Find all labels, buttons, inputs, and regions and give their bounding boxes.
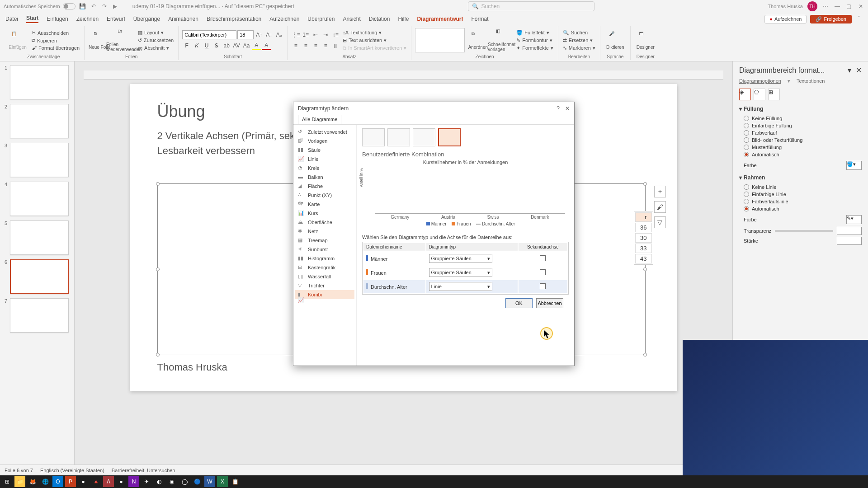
align-left-button[interactable]: ≡ [291,41,300,50]
bold-button[interactable]: F [182,41,191,50]
cat-stock[interactable]: 📊Kurs [295,209,354,218]
cat-combo[interactable]: ▮📈Kombi [295,290,354,299]
bullets-button[interactable]: ⋮≡ [291,30,300,39]
cat-recent[interactable]: ↺Zuletzt verwendet [295,127,354,136]
series-2-type-combo[interactable]: Linie▾ [429,282,492,291]
cat-pie[interactable]: ◔Kreis [295,164,354,173]
fill-opt-pattern[interactable]: Musterfüllung [739,144,862,151]
select-button[interactable]: ⤡Markieren ▾ [562,45,596,52]
thumb-5[interactable]: 5 [2,221,72,255]
series-2-secondary-checkbox[interactable] [540,283,546,289]
font-color-button[interactable]: A [262,41,271,50]
app-icon[interactable]: ● [78,476,89,487]
accessibility-status[interactable]: Barrierefreiheit: Untersuchen [112,468,175,473]
cat-map[interactable]: 🗺Karte [295,200,354,209]
maximize-icon[interactable]: ▢ [845,3,853,10]
dictate-button[interactable]: 🎤Diktieren [604,27,627,53]
series-1-secondary-checkbox[interactable] [540,269,546,275]
arrange-button[interactable]: ⧉Anordnen [467,27,489,53]
access-icon[interactable]: A [103,476,114,487]
font-name-combo[interactable] [182,30,236,39]
size-tab-icon[interactable]: ⊞ [768,89,780,100]
cat-histogram[interactable]: ▮▮Histogramm [295,254,354,263]
cat-xy[interactable]: ∴Punkt (XY) [295,191,354,200]
windows-taskbar[interactable]: ⊞ 📁 🦊 🌐 O P ● 🔺 A ● N ✈ ◐ ◉ ◯ 🔵 W X 📋 [0,475,868,488]
search-input[interactable]: 🔍 Suchen [468,1,594,11]
tab-text-options[interactable]: Textoptionen [797,78,825,84]
toggle-switch-icon[interactable] [63,3,75,9]
thumb-7[interactable]: 7 [2,298,72,333]
chart-elements-button[interactable]: ＋ [654,186,666,197]
thumb-1[interactable]: 1 [2,65,72,99]
pane-dropdown-icon[interactable]: ▾ [848,66,851,75]
tab-uebergaenge[interactable]: Übergänge [133,16,160,22]
user-avatar[interactable]: TH [807,1,817,11]
line-spacing-button[interactable]: ↕≡ [331,30,340,39]
fill-opt-picture[interactable]: Bild- oder Texturfüllung [739,136,862,144]
obs-icon[interactable]: ◉ [166,476,177,487]
fill-opt-auto[interactable]: Automatisch [739,151,862,158]
outlook-icon[interactable]: O [52,476,63,487]
minimize-icon[interactable]: — [834,3,841,10]
width-input[interactable] [837,237,862,245]
tab-format[interactable]: Format [471,16,488,22]
thumb-6[interactable]: 6 [2,259,72,294]
cat-area[interactable]: ◢Fläche [295,182,354,191]
slide-thumbnails-panel[interactable]: 1 2 3 4 5 6 7 [0,61,75,486]
shape-effects-button[interactable]: ✦Formeffekte ▾ [515,45,554,52]
quick-styles-button[interactable]: ◧Schnellformat-vorlagen [491,27,514,53]
dialog-tab-all[interactable]: Alle Diagramme [298,115,341,124]
ok-button[interactable]: OK [505,298,533,308]
share-button[interactable]: 🔗Freigeben [810,15,852,23]
shape-outline-button[interactable]: ✎Formkontur ▾ [515,37,554,44]
cat-treemap[interactable]: ▦Treemap [295,236,354,245]
language-status[interactable]: Englisch (Vereinigte Staaten) [40,468,104,473]
decrease-font-icon[interactable]: A↓ [264,30,274,39]
dialog-close-icon[interactable]: ✕ [565,105,570,112]
paste-button[interactable]: 📋 Einfügen [6,27,29,53]
shapes-gallery[interactable] [415,28,465,52]
fill-section-header[interactable]: ▾ Füllung [739,106,862,112]
border-section-header[interactable]: ▾ Rahmen [739,174,862,181]
thumb-3[interactable]: 3 [2,143,72,177]
cut-button[interactable]: ✂Ausschneiden [31,29,80,36]
onenote-icon[interactable]: N [128,476,139,487]
tab-aufzeichnen[interactable]: Aufzeichnen [269,16,299,22]
cat-sunburst[interactable]: ☀Sunburst [295,245,354,254]
tab-datei[interactable]: Datei [5,16,18,22]
thumb-4[interactable]: 4 [2,182,72,216]
border-opt-auto[interactable]: Automatisch [739,205,862,212]
fill-opt-solid[interactable]: Einfarbige Füllung [739,122,862,129]
tab-hilfe[interactable]: Hilfe [398,16,409,22]
find-button[interactable]: 🔍Suchen [562,29,596,36]
tab-chart-options[interactable]: Diagrammoptionen [739,78,781,84]
shadow-button[interactable]: ab [222,41,231,50]
cat-line[interactable]: 📈Linie [295,155,354,164]
layout-button[interactable]: ▦Layout ▾ [137,29,175,36]
powerpoint-icon[interactable]: P [65,476,76,487]
designer-button[interactable]: 🗔Designer [634,27,657,53]
redo-icon[interactable]: ↷ [101,3,108,10]
cat-box[interactable]: ⊟Kastengrafik [295,263,354,272]
numbering-button[interactable]: 1≡ [301,30,310,39]
strike-button[interactable]: S̶ [212,41,221,50]
chart-filter-button[interactable]: ▽ [654,216,666,228]
app-icon-5[interactable]: 🔵 [192,476,203,487]
highlight-button[interactable]: A [252,41,261,50]
fill-opt-gradient[interactable]: Farbverlauf [739,129,862,136]
case-button[interactable]: Aa [242,41,251,50]
spacing-button[interactable]: AV [232,41,241,50]
tab-diagrammentwurf[interactable]: Diagrammentwurf [417,16,463,22]
cat-surface[interactable]: ⛰Oberfläche [295,218,354,227]
subtype-3[interactable] [413,128,435,146]
shape-fill-button[interactable]: 🪣Fülleffekt ▾ [515,29,554,36]
tab-bildschirm[interactable]: Bildschirmpräsentation [207,16,261,22]
chart-styles-button[interactable]: 🖌 [654,201,666,213]
italic-button[interactable]: K [192,41,201,50]
columns-button[interactable]: ⫼ [331,41,340,50]
slideshow-icon[interactable]: ▶ [112,3,119,10]
tab-ansicht[interactable]: Ansicht [343,16,360,22]
tab-ueberpruefen[interactable]: Überprüfen [307,16,335,22]
transparency-input[interactable] [837,227,862,235]
word-icon[interactable]: W [204,476,215,487]
